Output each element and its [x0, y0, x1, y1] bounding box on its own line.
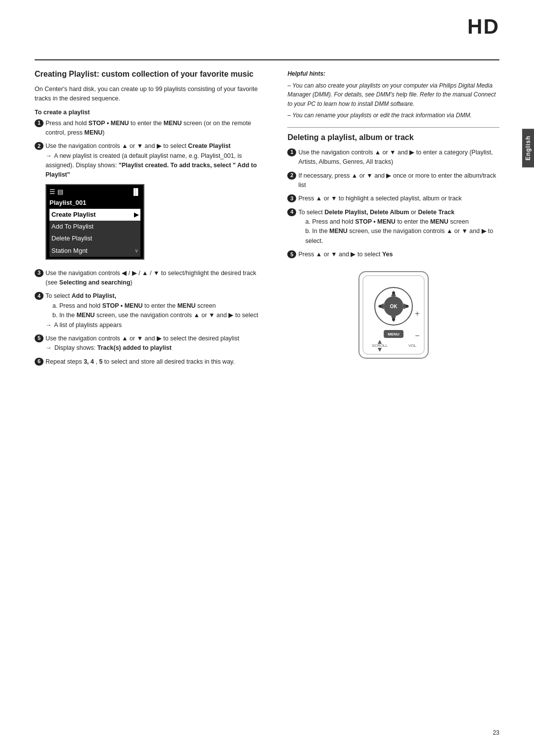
screen-top-bar: ☰ ▤ ▐▌ [49, 187, 140, 197]
remote-control-area: OK + [287, 267, 499, 366]
delete-step-1-content: Use the navigation controls ▲ or ▼ and ▶… [298, 148, 499, 167]
svg-text:VOL: VOL [408, 343, 417, 348]
svg-point-9 [392, 291, 395, 294]
delete-step-4: 4 To select Delete Playlist, Delete Albu… [287, 208, 499, 246]
remote-control-svg: OK + [344, 267, 443, 366]
svg-point-12 [405, 305, 408, 308]
step-2-content: Use the navigation controls ▲ or ▼ and ▶… [45, 142, 267, 264]
step-num-1: 1 [35, 119, 44, 127]
step-2: 2 Use the navigation controls ▲ or ▼ and… [35, 142, 267, 264]
screen-signal-icon: ▐▌ [132, 187, 140, 197]
top-divider [35, 59, 499, 60]
screen-item-create-arrow: ▶ [134, 210, 138, 220]
step-5-content: Use the navigation controls ▲ or ▼ and ▶… [45, 334, 267, 353]
delete-step-num-4: 4 [287, 208, 296, 216]
right-column: Helpful hints: – You can also create you… [287, 69, 499, 371]
delete-step-5: 5 Press ▲ or ▼ and ▶ to select Yes [287, 250, 499, 259]
screen-mockup: ☰ ▤ ▐▌ Playlist_001 Create Playlist ▶ Ad… [45, 184, 144, 260]
screen-item-create: Create Playlist ▶ [49, 209, 140, 221]
page-number: 23 [493, 729, 499, 736]
step-4a: a. Press and hold STOP • MENU to enter t… [52, 301, 267, 311]
create-playlist-title: Creating Playlist: custom collection of … [35, 69, 267, 80]
hd-watermark: HD [467, 15, 499, 39]
delete-step-4a: a. Press and hold STOP • MENU to enter t… [305, 217, 499, 227]
svg-text:−: − [415, 331, 419, 340]
screen-item-delete-label: Delete Playlist [51, 234, 92, 243]
svg-text:OK: OK [390, 304, 398, 309]
helpful-hints-box: Helpful hints: – You can also create you… [287, 69, 499, 120]
helpful-hints-title: Helpful hints: [287, 70, 325, 77]
main-content: Creating Playlist: custom collection of … [35, 69, 499, 371]
step-6-content: Repeat steps 3, 4 , 5 to select and stor… [45, 357, 267, 367]
step-4b: b. In the MENU screen, use the navigatio… [52, 311, 267, 320]
step-1-content: Press and hold STOP • MENU to enter the … [45, 119, 267, 138]
create-playlist-intro: On Center's hard disk, you can create up… [35, 85, 267, 104]
screen-item-delete: Delete Playlist [49, 233, 140, 244]
svg-point-10 [392, 318, 395, 321]
svg-text:+: + [415, 309, 419, 318]
delete-step-num-3: 3 [287, 194, 296, 202]
delete-step-4-content: To select Delete Playlist, Delete Album … [298, 208, 499, 246]
screen-item-add: Add To Playlist [49, 221, 140, 233]
step-num-4: 4 [35, 292, 44, 300]
screen-scroll-indicator: ∨ [134, 246, 138, 255]
screen-item-create-label: Create Playlist [51, 210, 96, 220]
step-1: 1 Press and hold STOP • MENU to enter th… [35, 119, 267, 138]
page: HD English Creating Playlist: custom col… [0, 0, 534, 756]
delete-step-2-content: If necessary, press ▲ or ▼ and ▶ once or… [298, 171, 499, 190]
step-num-3: 3 [35, 269, 44, 277]
create-steps-list: 1 Press and hold STOP • MENU to enter th… [35, 119, 267, 367]
delete-section-title: Deleting a playlist, album or track [287, 133, 499, 143]
delete-step-2: 2 If necessary, press ▲ or ▼ and ▶ once … [287, 171, 499, 190]
delete-step-1: 1 Use the navigation controls ▲ or ▼ and… [287, 148, 499, 167]
delete-step-num-1: 1 [287, 148, 296, 156]
left-column: Creating Playlist: custom collection of … [35, 69, 267, 371]
to-create-subheading: To create a playlist [35, 109, 267, 116]
helpful-hint-2: – You can rename your playlists or edit … [287, 112, 472, 119]
step-num-2: 2 [35, 142, 44, 150]
step-4-content: To select Add to Playlist, a. Press and … [45, 291, 267, 330]
step-6: 6 Repeat steps 3, 4 , 5 to select and st… [35, 357, 267, 367]
delete-step-3: 3 Press ▲ or ▼ to highlight a selected p… [287, 194, 499, 203]
screen-playlist-name: Playlist_001 [49, 198, 140, 208]
step-3-content: Use the navigation controls ◀ / ▶ / ▲ / … [45, 269, 267, 288]
delete-step-num-2: 2 [287, 172, 296, 180]
svg-marker-20 [378, 348, 382, 352]
screen-item-station-label: Station Mgnt [51, 246, 88, 256]
svg-point-11 [379, 305, 382, 308]
delete-step-3-content: Press ▲ or ▼ to highlight a selected pla… [298, 194, 499, 203]
svg-text:SCROLL: SCROLL [372, 343, 388, 348]
step-num-6: 6 [35, 358, 44, 366]
svg-marker-19 [378, 340, 382, 344]
language-tab: English [522, 129, 534, 167]
svg-text:MENU: MENU [388, 332, 400, 336]
screen-grid-icons: ☰ ▤ [49, 187, 63, 197]
screen-item-station: Station Mgnt ∨ [49, 245, 140, 257]
helpful-hint-1: – You can also create your playlists on … [287, 82, 495, 107]
step-4: 4 To select Add to Playlist, a. Press an… [35, 291, 267, 330]
delete-steps-list: 1 Use the navigation controls ▲ or ▼ and… [287, 148, 499, 260]
right-section-divider [287, 127, 499, 128]
delete-step-num-5: 5 [287, 250, 296, 258]
screen-item-add-label: Add To Playlist [51, 222, 93, 232]
delete-step-5-content: Press ▲ or ▼ and ▶ to select Yes [298, 250, 499, 259]
step-num-5: 5 [35, 334, 44, 342]
delete-step-4b: b. In the MENU screen, use the navigatio… [305, 227, 499, 246]
step-5: 5 Use the navigation controls ▲ or ▼ and… [35, 334, 267, 353]
step-3: 3 Use the navigation controls ◀ / ▶ / ▲ … [35, 269, 267, 288]
